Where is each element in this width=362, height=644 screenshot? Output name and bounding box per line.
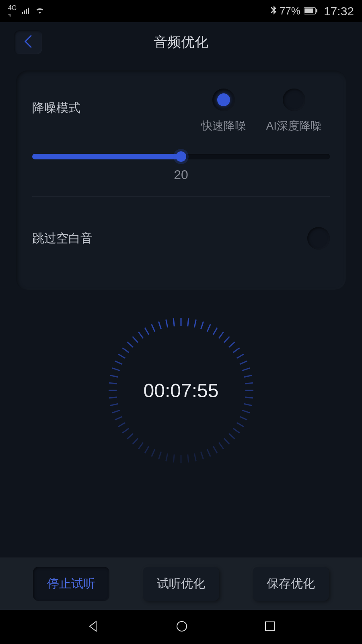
svg-line-54: [122, 348, 129, 353]
svg-line-23: [237, 423, 244, 427]
svg-line-11: [229, 342, 235, 347]
svg-point-63: [177, 621, 187, 631]
timer-text: 00:07:55: [144, 380, 219, 402]
radio-option-ai[interactable]: AI深度降噪: [266, 89, 322, 134]
page-title: 音频优化: [154, 33, 208, 52]
nav-back-icon[interactable]: [86, 620, 99, 634]
svg-line-27: [219, 442, 224, 449]
header: 音频优化: [0, 22, 362, 62]
svg-line-19: [245, 397, 253, 398]
radio-circle-selected: [212, 89, 235, 111]
svg-line-49: [109, 383, 117, 384]
status-bar: 4G ⇅ 77% 17:32: [0, 0, 362, 22]
slider-thumb[interactable]: [176, 151, 186, 162]
radio-option-fast[interactable]: 快速降噪: [201, 89, 246, 134]
svg-line-42: [122, 428, 129, 433]
status-right: 77% 17:32: [271, 4, 354, 18]
nav-home-icon[interactable]: [175, 620, 188, 634]
save-optimize-button[interactable]: 保存优化: [253, 567, 329, 601]
svg-line-61: [166, 320, 168, 328]
svg-line-58: [145, 328, 149, 334]
svg-line-39: [138, 442, 143, 449]
stop-preview-button[interactable]: 停止试听: [33, 567, 109, 601]
svg-line-31: [194, 454, 196, 462]
radio-circle: [283, 89, 305, 111]
svg-line-4: [188, 318, 189, 326]
nav-recent-icon[interactable]: [264, 621, 276, 634]
svg-line-57: [138, 332, 143, 338]
bluetooth-icon: [271, 5, 276, 17]
svg-line-12: [233, 348, 239, 353]
divider: [32, 196, 330, 197]
svg-line-13: [237, 354, 244, 358]
settings-card: 降噪模式 快速降噪 AI深度降噪 20 跳过空白音: [16, 70, 346, 290]
svg-line-28: [213, 446, 217, 453]
svg-line-7: [207, 324, 210, 332]
svg-line-53: [118, 354, 125, 358]
svg-line-6: [201, 322, 203, 329]
svg-line-47: [109, 397, 117, 398]
svg-line-51: [112, 368, 120, 370]
svg-line-55: [127, 342, 133, 347]
battery-percent: 77%: [280, 5, 300, 17]
slider-fill: [32, 154, 181, 159]
skip-silence-toggle[interactable]: [307, 227, 330, 250]
skip-silence-label: 跳过空白音: [32, 230, 93, 247]
svg-line-40: [133, 438, 138, 444]
bottom-action-bar: 停止试听 试听优化 保存优化: [0, 557, 362, 610]
svg-line-35: [166, 454, 168, 462]
svg-line-34: [173, 454, 174, 462]
svg-line-25: [229, 433, 235, 439]
svg-line-59: [152, 324, 155, 332]
timer-dial: 00:07:55: [105, 314, 257, 467]
status-left: 4G ⇅: [8, 5, 45, 18]
noise-reduction-label: 降噪模式: [32, 100, 113, 116]
radio-label-ai: AI深度降噪: [266, 118, 322, 134]
svg-line-8: [213, 328, 217, 334]
chevron-left-icon: [24, 35, 33, 50]
skip-silence-row: 跳过空白音: [32, 211, 330, 266]
noise-slider[interactable]: 20: [32, 154, 330, 182]
svg-line-9: [219, 332, 224, 338]
signal-icon: [21, 5, 30, 17]
svg-line-16: [244, 376, 252, 377]
radio-label-fast: 快速降噪: [201, 118, 246, 134]
svg-line-5: [194, 320, 196, 328]
svg-rect-1: [304, 8, 313, 13]
radio-options: 快速降噪 AI深度降噪: [201, 89, 330, 134]
svg-line-24: [233, 428, 239, 433]
svg-line-50: [110, 376, 118, 377]
svg-line-17: [245, 383, 253, 384]
svg-line-20: [244, 404, 252, 405]
svg-line-62: [173, 318, 174, 326]
preview-optimize-button[interactable]: 试听优化: [143, 567, 219, 601]
svg-line-38: [145, 446, 149, 453]
svg-line-14: [240, 361, 247, 364]
noise-reduction-row: 降噪模式 快速降噪 AI深度降噪: [32, 89, 330, 134]
svg-line-52: [115, 361, 122, 364]
svg-line-60: [158, 322, 161, 329]
network-indicator: 4G ⇅: [8, 5, 16, 18]
svg-line-41: [127, 433, 133, 439]
svg-line-30: [201, 452, 203, 459]
svg-line-46: [110, 404, 118, 405]
android-nav-bar: [0, 610, 362, 644]
svg-line-45: [112, 410, 120, 413]
svg-rect-2: [316, 9, 317, 12]
svg-line-56: [133, 336, 138, 343]
svg-line-15: [242, 368, 250, 370]
battery-icon: [304, 5, 318, 17]
svg-line-44: [115, 417, 122, 420]
slider-track: [32, 154, 330, 159]
svg-line-43: [118, 423, 125, 427]
clock: 17:32: [324, 4, 354, 18]
svg-line-37: [152, 449, 155, 456]
svg-rect-64: [265, 622, 274, 631]
svg-line-26: [224, 438, 229, 444]
svg-line-21: [242, 410, 250, 413]
back-button[interactable]: [14, 30, 42, 54]
timer-container: 00:07:55: [0, 314, 362, 467]
svg-line-32: [188, 454, 189, 462]
slider-value: 20: [32, 167, 330, 182]
svg-line-29: [207, 449, 210, 456]
